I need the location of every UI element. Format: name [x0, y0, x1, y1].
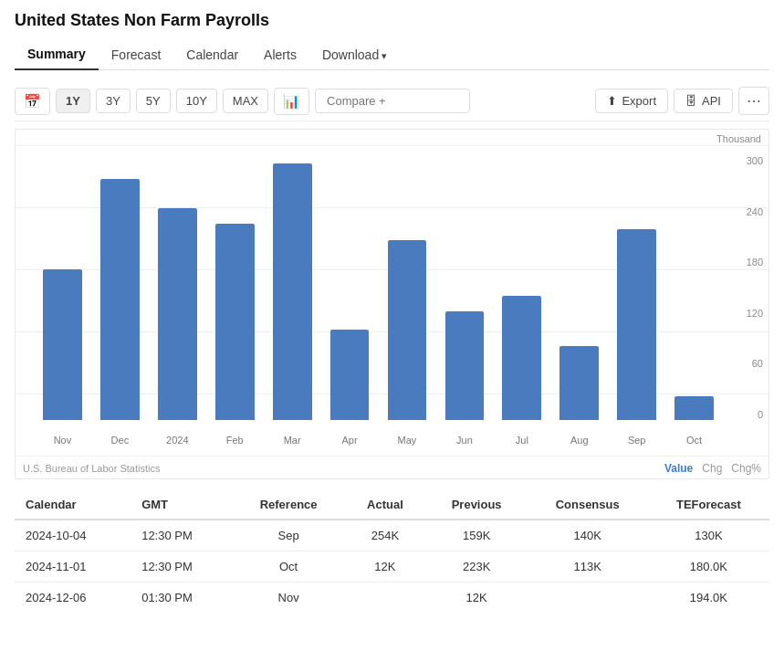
cell-reference: Sep	[233, 520, 344, 551]
col-header-previous: Previous	[426, 490, 528, 520]
x-label-jul: Jul	[516, 435, 528, 446]
bar-2024[interactable]	[158, 208, 197, 420]
cell-teforecast: 130K	[648, 520, 769, 551]
bar-jun[interactable]	[445, 311, 485, 420]
period-3y-button[interactable]: 3Y	[96, 89, 131, 113]
bar-aug[interactable]	[559, 346, 599, 420]
export-icon: ⬆	[607, 94, 617, 108]
api-label: API	[702, 94, 721, 108]
bar-may[interactable]	[388, 240, 427, 420]
col-header-calendar: Calendar	[15, 490, 131, 520]
bar-group-aug: Aug	[550, 155, 608, 420]
bar-dec[interactable]	[100, 179, 140, 420]
cell-reference: Oct	[233, 551, 344, 583]
cell-consensus: 113K	[528, 551, 648, 583]
bar-group-apr: Apr	[321, 155, 379, 420]
nav-tabs: Summary Forecast Calendar Alerts Downloa…	[15, 39, 769, 70]
x-label-dec: Dec	[111, 435, 130, 446]
bars-container: NovDec2024FebMarAprMayJunJulAugSepOct	[34, 155, 723, 420]
bar-apr[interactable]	[330, 330, 370, 420]
x-label-apr: Apr	[342, 435, 358, 446]
bar-group-oct: Oct	[665, 155, 723, 420]
data-table: Calendar GMT Reference Actual Previous C…	[15, 490, 769, 613]
api-icon: 🗄	[685, 94, 697, 108]
bar-group-2024: 2024	[149, 155, 206, 420]
bar-nov[interactable]	[43, 269, 82, 420]
x-label-nov: Nov	[54, 435, 72, 446]
bar-group-jul: Jul	[493, 155, 550, 420]
cell-previous: 223K	[426, 551, 528, 583]
cell-gmt: 12:30 PM	[131, 551, 233, 583]
cell-actual	[344, 583, 426, 614]
compare-input[interactable]	[315, 89, 470, 113]
period-10y-button[interactable]: 10Y	[176, 89, 217, 113]
chart-type-icon: 📊	[283, 93, 300, 109]
tab-alerts[interactable]: Alerts	[251, 39, 309, 69]
bar-group-sep: Sep	[608, 155, 665, 420]
bar-sep[interactable]	[617, 229, 656, 420]
table-row: 2024-12-0601:30 PMNov12K194.0K	[15, 583, 769, 614]
x-label-feb: Feb	[226, 435, 244, 446]
cell-teforecast: 180.0K	[648, 551, 769, 583]
period-5y-button[interactable]: 5Y	[136, 89, 171, 113]
cell-gmt: 01:30 PM	[131, 583, 233, 614]
bar-oct[interactable]	[674, 396, 714, 420]
bar-feb[interactable]	[215, 224, 255, 420]
export-button[interactable]: ⬆ Export	[595, 89, 668, 113]
chart-unit-label: Thousand	[16, 130, 768, 146]
cell-consensus	[528, 583, 648, 614]
cell-consensus: 140K	[528, 520, 648, 551]
cell-reference: Nov	[233, 583, 344, 614]
view-toggle-chgpct[interactable]: Chg%	[731, 462, 761, 475]
cell-actual: 12K	[344, 551, 426, 583]
col-header-consensus: Consensus	[528, 490, 648, 520]
page-title: United States Non Farm Payrolls	[15, 11, 769, 30]
bar-group-dec: Dec	[91, 155, 149, 420]
x-label-2024: 2024	[166, 435, 188, 446]
bar-jul[interactable]	[502, 296, 541, 420]
export-label: Export	[622, 94, 656, 108]
period-max-button[interactable]: MAX	[223, 89, 268, 113]
chart-source: U.S. Bureau of Labor Statistics	[23, 463, 160, 474]
cell-previous: 12K	[426, 583, 528, 614]
cell-calendar: 2024-12-06	[15, 583, 131, 614]
cell-calendar: 2024-11-01	[15, 551, 131, 583]
table-row: 2024-11-0112:30 PMOct12K223K113K180.0K	[15, 551, 769, 583]
table-body: 2024-10-0412:30 PMSep254K159K140K130K202…	[15, 520, 769, 613]
view-toggle-value[interactable]: Value	[664, 462, 693, 475]
table-header-row: Calendar GMT Reference Actual Previous C…	[15, 490, 769, 520]
cell-gmt: 12:30 PM	[131, 520, 233, 551]
col-header-teforecast: TEForecast	[648, 490, 769, 520]
chart-footer: U.S. Bureau of Labor Statistics Value Ch…	[16, 457, 768, 478]
col-header-actual: Actual	[344, 490, 426, 520]
more-options-button[interactable]: ⋯	[738, 87, 769, 115]
x-label-may: May	[398, 435, 417, 446]
tab-forecast[interactable]: Forecast	[99, 39, 173, 69]
tab-download[interactable]: Download	[309, 39, 400, 69]
view-toggle-chg[interactable]: Chg	[702, 462, 722, 475]
table-row: 2024-10-0412:30 PMSep254K159K140K130K	[15, 520, 769, 551]
bar-group-jun: Jun	[435, 155, 493, 420]
view-toggles: Value Chg Chg%	[664, 462, 761, 475]
x-label-oct: Oct	[686, 435, 702, 446]
y-axis: 0 60 120 180 240 300	[723, 155, 768, 420]
cell-previous: 159K	[426, 520, 528, 551]
bar-group-nov: Nov	[34, 155, 91, 420]
calendar-icon: 📅	[24, 93, 41, 109]
x-label-aug: Aug	[570, 435, 589, 446]
calendar-icon-button[interactable]: 📅	[15, 88, 50, 115]
table-header: Calendar GMT Reference Actual Previous C…	[15, 490, 769, 520]
bar-group-may: May	[379, 155, 436, 420]
tab-summary[interactable]: Summary	[15, 39, 99, 70]
tab-calendar[interactable]: Calendar	[173, 39, 251, 69]
x-label-jun: Jun	[456, 435, 473, 446]
x-label-sep: Sep	[628, 435, 646, 446]
api-button[interactable]: 🗄 API	[674, 89, 733, 113]
chart-area: Thousand NovDec2024FebMarAprMayJunJulAug…	[15, 129, 769, 479]
period-1y-button[interactable]: 1Y	[56, 89, 90, 113]
toolbar: 📅 1Y 3Y 5Y 10Y MAX 📊 ⬆ Export 🗄 API ⋯	[15, 81, 769, 121]
chart-type-button[interactable]: 📊	[274, 88, 309, 115]
bar-mar[interactable]	[273, 163, 312, 420]
x-label-mar: Mar	[284, 435, 301, 446]
cell-calendar: 2024-10-04	[15, 520, 131, 551]
